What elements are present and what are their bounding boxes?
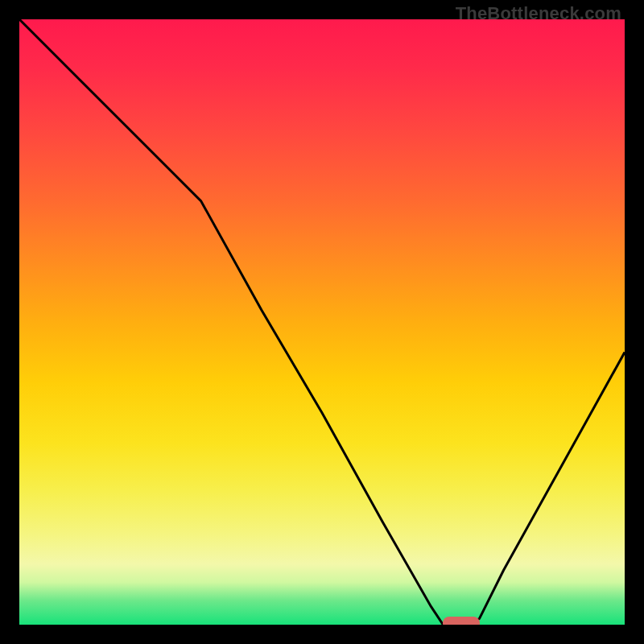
plot-area [19, 19, 625, 625]
bottleneck-curve [19, 19, 625, 625]
optimal-marker [443, 617, 479, 625]
watermark-text: TheBottleneck.com [456, 3, 621, 24]
